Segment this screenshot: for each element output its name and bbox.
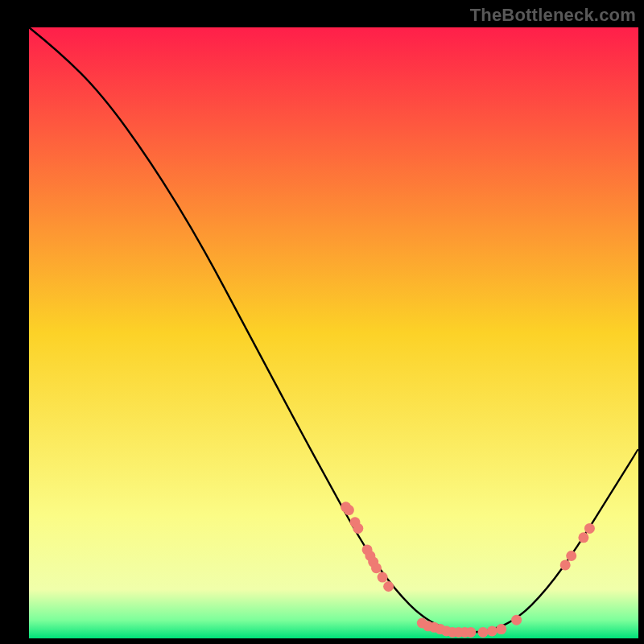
attribution-label: TheBottleneck.com bbox=[470, 5, 636, 26]
data-point bbox=[496, 624, 506, 634]
data-point bbox=[584, 523, 595, 534]
data-point bbox=[353, 523, 363, 534]
data-point bbox=[371, 563, 382, 573]
data-point bbox=[578, 532, 588, 543]
data-point bbox=[511, 615, 522, 625]
data-point bbox=[478, 627, 489, 638]
data-point bbox=[344, 505, 354, 515]
data-point bbox=[378, 572, 388, 583]
data-point bbox=[560, 559, 571, 570]
chart-container: TheBottleneck.com bbox=[0, 0, 644, 644]
data-point bbox=[487, 625, 497, 636]
data-point bbox=[383, 581, 394, 592]
bottleneck-curve-chart bbox=[0, 0, 644, 644]
data-point bbox=[465, 627, 476, 638]
data-point bbox=[566, 551, 576, 561]
